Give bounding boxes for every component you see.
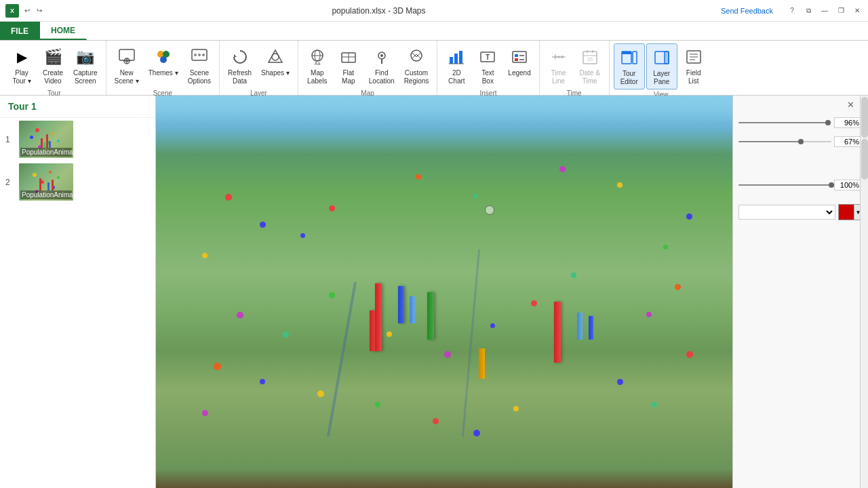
- tour-title: Tour 1: [0, 96, 155, 118]
- layer-pane-label: LayerPane: [653, 70, 670, 86]
- new-scene-icon: [116, 46, 138, 68]
- play-tour-button[interactable]: ▶ PlayTour ▾: [7, 43, 37, 88]
- help-button[interactable]: ?: [787, 5, 797, 16]
- themes-button[interactable]: Themes ▾: [144, 43, 182, 80]
- create-video-icon: 🎬: [42, 46, 64, 68]
- right-panel-close-button[interactable]: ✕: [847, 100, 854, 110]
- slider-1-thumb[interactable]: [825, 120, 831, 125]
- ribbon-tabs: FILE HOME: [0, 22, 868, 41]
- ribbon-group-tour: ▶ PlayTour ▾ 🎬 CreateVideo 📷 CaptureScre…: [3, 41, 106, 95]
- shapes-label: Shapes ▾: [261, 69, 290, 77]
- ribbon-group-view: TourEditor LayerPane FieldList View: [610, 41, 713, 95]
- slider-3-thumb[interactable]: [829, 182, 834, 188]
- legend-button[interactable]: Legend: [504, 43, 534, 80]
- svg-point-13: [272, 54, 279, 60]
- refresh-data-label: RefreshData: [228, 69, 252, 85]
- svg-rect-31: [515, 54, 518, 57]
- date-time-label: Date &Time: [579, 69, 600, 85]
- themes-label: Themes ▾: [149, 69, 178, 77]
- date-time-button[interactable]: 15 Date &Time: [575, 43, 605, 88]
- custom-regions-button[interactable]: CustomRegions: [400, 43, 433, 88]
- field-list-label: FieldList: [686, 69, 701, 85]
- layer-pane-button[interactable]: LayerPane: [646, 43, 677, 89]
- ribbon: FILE HOME ▶ PlayTour ▾ 🎬 CreateVideo 📷 C…: [0, 22, 868, 96]
- undo-redo-group: ↩ ↪: [22, 5, 45, 16]
- scene-1-label: PopulationAnima: [20, 148, 72, 157]
- map-labels-icon: Aa: [307, 46, 328, 68]
- scrollbar-thumb-bottom[interactable]: [861, 139, 868, 180]
- text-box-label: TextBox: [481, 69, 494, 85]
- ribbon-group-map: Aa MapLabels FlatMap FindLocation: [298, 41, 438, 95]
- right-panel: ✕: [732, 96, 868, 488]
- map-canvas: [156, 96, 732, 488]
- slider-3-value[interactable]: [834, 180, 863, 190]
- scene-options-icon: [189, 46, 210, 68]
- tab-file[interactable]: FILE: [0, 22, 40, 40]
- field-list-button[interactable]: FieldList: [679, 43, 709, 88]
- flat-map-button[interactable]: FlatMap: [334, 43, 363, 88]
- find-location-button[interactable]: FindLocation: [365, 43, 399, 88]
- map-labels-button[interactable]: Aa MapLabels: [302, 43, 332, 88]
- send-feedback-link[interactable]: Send Feedback: [713, 4, 781, 18]
- ribbon-group-tour-items: ▶ PlayTour ▾ 🎬 CreateVideo 📷 CaptureScre…: [7, 43, 102, 88]
- close-button[interactable]: ✕: [852, 5, 863, 16]
- restore-button[interactable]: ⧉: [803, 5, 814, 16]
- color-dropdown[interactable]: [738, 205, 835, 220]
- tab-home[interactable]: HOME: [40, 22, 87, 40]
- main-area: Tour 1 1 Populatio: [0, 96, 868, 488]
- slider-2-thumb[interactable]: [798, 139, 804, 144]
- excel-icon: X: [5, 4, 19, 18]
- slider-2-track[interactable]: [738, 141, 831, 142]
- create-video-button[interactable]: 🎬 CreateVideo: [38, 43, 68, 88]
- svg-point-9: [198, 54, 201, 56]
- svg-rect-24: [450, 57, 453, 64]
- text-box-button[interactable]: T TextBox: [473, 43, 502, 88]
- 2d-chart-button[interactable]: 2DChart: [441, 43, 471, 88]
- minimize-button[interactable]: —: [819, 5, 830, 16]
- map-area[interactable]: [156, 96, 732, 488]
- new-scene-button[interactable]: NewScene ▾: [111, 43, 143, 88]
- legend-icon: [509, 46, 530, 68]
- ribbon-group-time-items: TimeLine 15 Date &Time: [544, 43, 605, 88]
- color-dropdown-row: ▼: [738, 204, 863, 220]
- color-swatch[interactable]: [839, 205, 854, 220]
- ribbon-group-scene-items: NewScene ▾ Themes ▾ SceneOptions: [111, 43, 216, 88]
- svg-point-6: [160, 56, 167, 63]
- shapes-button[interactable]: Shapes ▾: [257, 43, 294, 80]
- scene-2-number: 2: [5, 178, 14, 187]
- slider-1-value[interactable]: [834, 117, 863, 128]
- redo-button[interactable]: ↪: [34, 5, 45, 16]
- find-location-label: FindLocation: [369, 69, 395, 85]
- custom-regions-label: CustomRegions: [404, 69, 429, 85]
- right-panel-scrollbar[interactable]: [860, 96, 868, 488]
- 2d-chart-label: 2DChart: [448, 69, 465, 85]
- refresh-data-button[interactable]: RefreshData: [224, 43, 256, 88]
- ribbon-group-insert-items: 2DChart T TextBox Legend: [441, 43, 534, 88]
- shapes-icon: [264, 46, 286, 68]
- capture-screen-button[interactable]: 📷 CaptureScreen: [69, 43, 102, 88]
- maximize-button[interactable]: ❐: [835, 5, 846, 16]
- slider-2-value[interactable]: [834, 136, 863, 147]
- flat-map-icon: [338, 46, 359, 68]
- scene-2-label: PopulationAnima: [20, 190, 72, 199]
- layer-pane-icon: [651, 47, 673, 68]
- slider-1-track[interactable]: [738, 122, 831, 123]
- tour-editor-button[interactable]: TourEditor: [614, 43, 645, 89]
- svg-rect-46: [622, 52, 631, 54]
- capture-screen-label: CaptureScreen: [73, 69, 98, 85]
- scene-options-button[interactable]: SceneOptions: [184, 43, 215, 88]
- 2d-chart-icon: [446, 46, 467, 68]
- field-list-icon: [683, 46, 705, 68]
- time-line-button[interactable]: TimeLine: [544, 43, 574, 88]
- tour-editor-label: TourEditor: [620, 70, 638, 86]
- tour-scene-1[interactable]: 1 PopulationAnima: [0, 118, 155, 161]
- tour-editor-icon: [618, 47, 640, 68]
- undo-button[interactable]: ↩: [22, 5, 33, 16]
- ribbon-group-insert: 2DChart T TextBox Legend Insert: [437, 41, 539, 95]
- scene-1-thumbnail: PopulationAnima: [19, 121, 73, 158]
- title-bar-left: X ↩ ↪: [5, 4, 45, 18]
- tour-scene-2[interactable]: 2 PopulationAnima: [0, 161, 155, 203]
- ribbon-group-scene: NewScene ▾ Themes ▾ SceneOptions Scene: [106, 41, 220, 95]
- scrollbar-thumb-top[interactable]: [861, 97, 868, 138]
- slider-3-track[interactable]: [738, 184, 831, 186]
